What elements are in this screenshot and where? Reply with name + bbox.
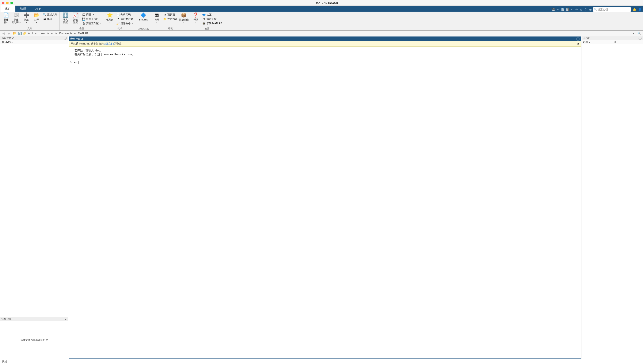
new-label: 新建 [24,18,29,21]
crumb-m[interactable]: m [51,32,54,35]
set-path-button[interactable]: 📁 设置路径 [162,17,178,21]
workspace-col-name[interactable]: 名称 ▲ [582,40,612,44]
crumb-root[interactable]: / [32,32,33,35]
crumb-documents[interactable]: Documents [59,32,73,35]
variable-label: 变量 [86,13,91,16]
command-window-header[interactable]: 命令行窗口 ▾ [69,37,581,41]
save-workspace-label: 保存工作区 [86,17,99,21]
run-and-time-button[interactable]: ⏱ 运行并计时 [116,17,134,21]
addons-button[interactable]: 📦 附加功能 ▼ [179,12,188,24]
search-folder-button[interactable]: 🔍 [636,32,642,35]
details-header[interactable]: 详细信息 ⌄ [0,317,68,321]
close-window-button[interactable] [2,2,5,4]
simulink-button[interactable]: 🔷 Simulink [137,12,149,21]
community-button[interactable]: 👥 社区 [201,12,223,17]
layout-icon: ▦ [155,12,159,18]
workspace-columns: 名称 ▲ 值 [582,40,643,44]
search-input[interactable] [598,8,630,11]
copy-icon[interactable]: 📄 [560,8,565,12]
clear-commands-button[interactable]: 🧹 清除命令 ▼ [116,21,134,26]
new-button[interactable]: ➕ 新建 ▼ [22,12,31,24]
cut-icon[interactable]: ✂ [556,8,560,12]
analyze-code-button[interactable]: 📑 分析代码 [116,12,134,17]
crumb-users[interactable]: Users [38,32,46,35]
folder-icon [23,32,27,35]
search-docs-box[interactable] [593,8,631,12]
workspace-col-value[interactable]: 值 [612,40,643,44]
crumb-matlab[interactable]: MATLAB [78,32,88,35]
group-file-label: 文件 [2,27,58,30]
new-script-label: 新建脚本 [4,18,9,24]
switch-windows-icon[interactable]: ⧉ [579,8,583,12]
browse-folder-button[interactable]: 🔄 [18,31,22,36]
request-support-button[interactable]: ✉ 请求支持 [201,17,223,21]
help-button[interactable]: ❓ 帮助 ▼ [191,12,201,24]
clear-icon: 🧹 [116,22,120,25]
path-history-dropdown[interactable]: ▼ [632,32,635,34]
current-folder-columns[interactable]: 📁 名称 [0,40,68,44]
cmdw-line: 有关产品信息，请访问 www.mathworks.com。 [75,52,578,56]
import-data-button[interactable]: ⬇️ 导入数据 [61,12,70,24]
quickstart-link[interactable]: 快速入门 [104,42,114,46]
forward-button[interactable]: ▶ [7,31,11,36]
sort-asc-icon: ▲ [588,41,590,43]
import-data-label: 导入数据 [63,18,68,24]
addons-label: 附加功能 [179,18,188,21]
panel-menu-icon[interactable]: ▾ [638,37,641,40]
tab-plots[interactable]: 绘图 [16,5,31,12]
simulink-icon: 🔷 [140,12,146,18]
timer-icon: ⏱ [116,18,120,21]
panel-menu-icon[interactable]: ▾ [576,38,579,40]
command-window-body[interactable]: 要开始，请键入 doc。 有关产品信息，请访问 www.mathworks.co… [69,46,581,358]
new-live-script-button[interactable]: 📰 新建实时脚本 [12,12,21,24]
tab-apps[interactable]: APP [31,6,46,12]
redo-icon[interactable]: ↷ [574,8,579,12]
new-icon: ➕ [24,12,29,18]
paste-icon[interactable]: 📋 [565,8,569,12]
status-text: 就绪 [2,360,7,363]
banner-prefix: 不熟悉 MATLAB? 请参阅有关 [71,42,104,46]
simulink-label: Simulink [139,18,148,21]
col-name[interactable]: 名称 [6,40,13,44]
zoom-window-button[interactable] [10,2,13,4]
current-folder-body[interactable] [0,44,68,317]
help-icon[interactable]: ? [584,8,588,12]
preferences-button[interactable]: ⚙ 预设项 [162,12,178,17]
save-workspace-button[interactable]: 💾 保存工作区 [81,17,103,21]
compare-button[interactable]: ⇄ 比较 [42,17,58,21]
find-files-label: 查找文件 [47,13,57,16]
back-button[interactable]: ◀ [1,31,6,36]
up-folder-button[interactable]: 📂 [12,31,17,36]
crumb-sep: ▶ [73,32,77,34]
workspace-body[interactable] [582,44,643,359]
open-button[interactable]: 📂 打开 ▼ [32,12,41,24]
banner-close-button[interactable]: × [577,42,579,46]
status-bar: 就绪 [0,359,643,364]
layout-button[interactable]: ▦ 布局 ▼ [152,12,161,24]
crumb-sep: ▶ [47,32,50,34]
minimize-window-button[interactable] [6,2,9,4]
panel-menu-icon[interactable]: ▾ [64,37,67,40]
notifications-icon[interactable]: 🔔 [633,8,636,11]
fx-icon[interactable]: fx [70,60,72,64]
signin-icon[interactable]: 👤 [638,8,641,11]
clean-data-button[interactable]: 📈 清洗数据 [71,12,80,24]
set-path-label: 设置路径 [167,17,178,21]
dropdown-arrow-icon: ▼ [109,22,111,24]
current-folder-header[interactable]: 当前文件夹 ▾ [0,36,68,40]
clear-workspace-button[interactable]: 🗑 清空工作区 ▼ [81,21,103,26]
addons-dropdown-icon[interactable]: ◉ [588,8,592,12]
save-icon[interactable]: 💾 [551,8,555,12]
banner-suffix: 的资源。 [114,42,124,46]
undo-icon[interactable]: ↶ [570,8,574,12]
workspace-header[interactable]: 工作区 ▾ [582,36,643,40]
col-value-label: 值 [614,40,616,44]
favorites-button[interactable]: ⭐ 收藏夹 ▼ [105,12,115,24]
variable-button[interactable]: 🗔 变量 ▼ [81,12,103,17]
new-script-button[interactable]: 📄 新建脚本 [2,12,11,24]
tab-home[interactable]: 主页 [0,5,16,12]
preferences-label: 预设项 [167,13,175,16]
command-window-title: 命令行窗口 [70,37,83,41]
learn-matlab-button[interactable]: 🎓 了解 MATLAB [201,21,223,26]
find-files-button[interactable]: 🔍 查找文件 [42,12,58,17]
